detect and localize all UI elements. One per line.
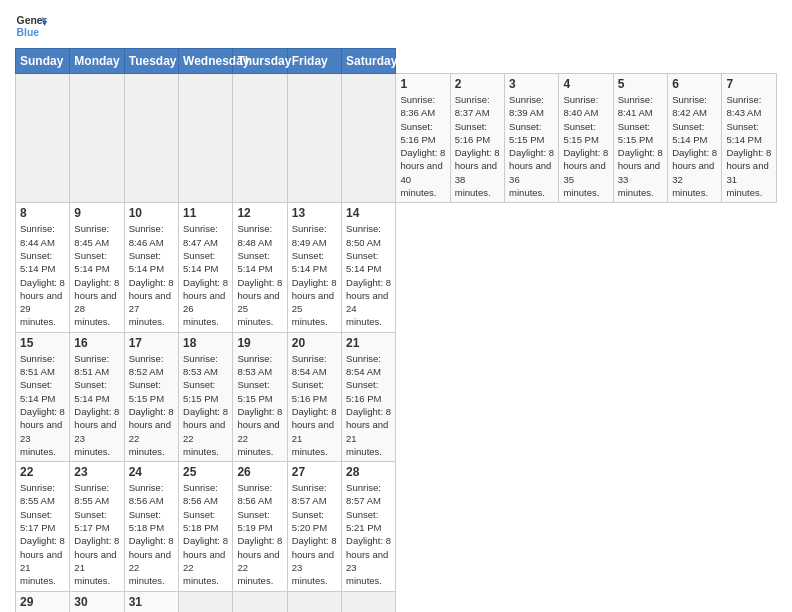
sunset: Sunset: 5:17 PM — [74, 509, 109, 533]
day-info: Sunrise: 8:53 AM Sunset: 5:15 PM Dayligh… — [237, 352, 282, 458]
sunrise: Sunrise: 8:56 AM — [183, 482, 218, 506]
daylight: Daylight: 8 hours and 27 minutes. — [129, 277, 174, 328]
day-number: 1 — [400, 77, 445, 91]
sunset: Sunset: 5:14 PM — [129, 250, 164, 274]
weekday-header-saturday: Saturday — [342, 49, 396, 74]
daylight: Daylight: 8 hours and 22 minutes. — [237, 406, 282, 457]
sunrise: Sunrise: 8:37 AM — [455, 94, 490, 118]
day-number: 17 — [129, 336, 174, 350]
sunrise: Sunrise: 8:51 AM — [20, 353, 55, 377]
logo: General Blue — [15, 10, 23, 42]
day-info: Sunrise: 8:49 AM Sunset: 5:14 PM Dayligh… — [292, 222, 337, 328]
calendar-cell — [287, 591, 341, 612]
weekday-header-friday: Friday — [287, 49, 341, 74]
calendar-cell: 11 Sunrise: 8:47 AM Sunset: 5:14 PM Dayl… — [179, 203, 233, 332]
day-info: Sunrise: 8:55 AM Sunset: 5:17 PM Dayligh… — [74, 481, 119, 587]
day-info: Sunrise: 8:42 AM Sunset: 5:14 PM Dayligh… — [672, 93, 717, 199]
daylight: Daylight: 8 hours and 21 minutes. — [292, 406, 337, 457]
day-info: Sunrise: 8:45 AM Sunset: 5:14 PM Dayligh… — [74, 222, 119, 328]
daylight: Daylight: 8 hours and 31 minutes. — [726, 147, 771, 198]
day-number: 8 — [20, 206, 65, 220]
sunset: Sunset: 5:20 PM — [292, 509, 327, 533]
weekday-header-monday: Monday — [70, 49, 124, 74]
daylight: Daylight: 8 hours and 40 minutes. — [400, 147, 445, 198]
sunrise: Sunrise: 8:40 AM — [563, 94, 598, 118]
sunrise: Sunrise: 8:52 AM — [129, 353, 164, 377]
day-number: 4 — [563, 77, 608, 91]
sunset: Sunset: 5:18 PM — [129, 509, 164, 533]
sunrise: Sunrise: 8:51 AM — [74, 353, 109, 377]
calendar-cell: 28 Sunrise: 8:57 AM Sunset: 5:21 PM Dayl… — [342, 462, 396, 591]
sunset: Sunset: 5:14 PM — [20, 250, 55, 274]
sunset: Sunset: 5:14 PM — [346, 250, 381, 274]
daylight: Daylight: 8 hours and 22 minutes. — [183, 406, 228, 457]
daylight: Daylight: 8 hours and 21 minutes. — [346, 406, 391, 457]
sunset: Sunset: 5:15 PM — [563, 121, 598, 145]
calendar-cell — [70, 74, 124, 203]
daylight: Daylight: 8 hours and 23 minutes. — [292, 535, 337, 586]
daylight: Daylight: 8 hours and 23 minutes. — [74, 406, 119, 457]
daylight: Daylight: 8 hours and 22 minutes. — [237, 535, 282, 586]
sunrise: Sunrise: 8:44 AM — [20, 223, 55, 247]
calendar-cell: 18 Sunrise: 8:53 AM Sunset: 5:15 PM Dayl… — [179, 332, 233, 461]
calendar-cell: 12 Sunrise: 8:48 AM Sunset: 5:14 PM Dayl… — [233, 203, 287, 332]
sunrise: Sunrise: 8:54 AM — [292, 353, 327, 377]
weekday-header-sunday: Sunday — [16, 49, 70, 74]
calendar-week-3: 15 Sunrise: 8:51 AM Sunset: 5:14 PM Dayl… — [16, 332, 777, 461]
calendar-cell: 6 Sunrise: 8:42 AM Sunset: 5:14 PM Dayli… — [668, 74, 722, 203]
calendar-cell: 1 Sunrise: 8:36 AM Sunset: 5:16 PM Dayli… — [396, 74, 450, 203]
calendar-cell — [287, 74, 341, 203]
day-number: 13 — [292, 206, 337, 220]
sunrise: Sunrise: 8:56 AM — [129, 482, 164, 506]
calendar-cell: 21 Sunrise: 8:54 AM Sunset: 5:16 PM Dayl… — [342, 332, 396, 461]
sunset: Sunset: 5:14 PM — [74, 250, 109, 274]
daylight: Daylight: 8 hours and 32 minutes. — [672, 147, 717, 198]
day-number: 28 — [346, 465, 391, 479]
day-info: Sunrise: 8:37 AM Sunset: 5:16 PM Dayligh… — [455, 93, 500, 199]
sunset: Sunset: 5:16 PM — [292, 379, 327, 403]
day-number: 5 — [618, 77, 663, 91]
sunset: Sunset: 5:14 PM — [183, 250, 218, 274]
sunrise: Sunrise: 8:53 AM — [183, 353, 218, 377]
calendar-cell: 13 Sunrise: 8:49 AM Sunset: 5:14 PM Dayl… — [287, 203, 341, 332]
logo-icon: General Blue — [15, 10, 47, 42]
daylight: Daylight: 8 hours and 25 minutes. — [237, 277, 282, 328]
sunset: Sunset: 5:16 PM — [455, 121, 490, 145]
day-info: Sunrise: 8:41 AM Sunset: 5:15 PM Dayligh… — [618, 93, 663, 199]
sunset: Sunset: 5:19 PM — [237, 509, 272, 533]
calendar-cell: 4 Sunrise: 8:40 AM Sunset: 5:15 PM Dayli… — [559, 74, 613, 203]
sunset: Sunset: 5:14 PM — [292, 250, 327, 274]
calendar-cell: 5 Sunrise: 8:41 AM Sunset: 5:15 PM Dayli… — [613, 74, 667, 203]
calendar-cell: 22 Sunrise: 8:55 AM Sunset: 5:17 PM Dayl… — [16, 462, 70, 591]
sunset: Sunset: 5:15 PM — [237, 379, 272, 403]
day-info: Sunrise: 8:40 AM Sunset: 5:15 PM Dayligh… — [563, 93, 608, 199]
daylight: Daylight: 8 hours and 23 minutes. — [346, 535, 391, 586]
day-number: 29 — [20, 595, 65, 609]
day-info: Sunrise: 8:57 AM Sunset: 5:21 PM Dayligh… — [346, 481, 391, 587]
day-number: 31 — [129, 595, 174, 609]
svg-text:Blue: Blue — [17, 27, 40, 38]
sunrise: Sunrise: 8:50 AM — [346, 223, 381, 247]
calendar-cell: 29 Sunrise: 8:57 AM Sunset: 5:21 PM Dayl… — [16, 591, 70, 612]
day-number: 11 — [183, 206, 228, 220]
sunrise: Sunrise: 8:48 AM — [237, 223, 272, 247]
calendar-table: SundayMondayTuesdayWednesdayThursdayFrid… — [15, 48, 777, 612]
daylight: Daylight: 8 hours and 23 minutes. — [20, 406, 65, 457]
calendar-cell — [16, 74, 70, 203]
day-info: Sunrise: 8:51 AM Sunset: 5:14 PM Dayligh… — [20, 352, 65, 458]
daylight: Daylight: 8 hours and 33 minutes. — [618, 147, 663, 198]
calendar-cell: 8 Sunrise: 8:44 AM Sunset: 5:14 PM Dayli… — [16, 203, 70, 332]
day-number: 7 — [726, 77, 772, 91]
calendar-cell: 3 Sunrise: 8:39 AM Sunset: 5:15 PM Dayli… — [505, 74, 559, 203]
calendar-cell: 24 Sunrise: 8:56 AM Sunset: 5:18 PM Dayl… — [124, 462, 178, 591]
day-info: Sunrise: 8:51 AM Sunset: 5:14 PM Dayligh… — [74, 352, 119, 458]
day-info: Sunrise: 8:56 AM Sunset: 5:18 PM Dayligh… — [129, 481, 174, 587]
day-info: Sunrise: 8:50 AM Sunset: 5:14 PM Dayligh… — [346, 222, 391, 328]
calendar-week-1: 1 Sunrise: 8:36 AM Sunset: 5:16 PM Dayli… — [16, 74, 777, 203]
day-number: 25 — [183, 465, 228, 479]
calendar-cell: 26 Sunrise: 8:56 AM Sunset: 5:19 PM Dayl… — [233, 462, 287, 591]
calendar-cell: 10 Sunrise: 8:46 AM Sunset: 5:14 PM Dayl… — [124, 203, 178, 332]
day-info: Sunrise: 8:43 AM Sunset: 5:14 PM Dayligh… — [726, 93, 772, 199]
day-number: 16 — [74, 336, 119, 350]
calendar-cell: 9 Sunrise: 8:45 AM Sunset: 5:14 PM Dayli… — [70, 203, 124, 332]
